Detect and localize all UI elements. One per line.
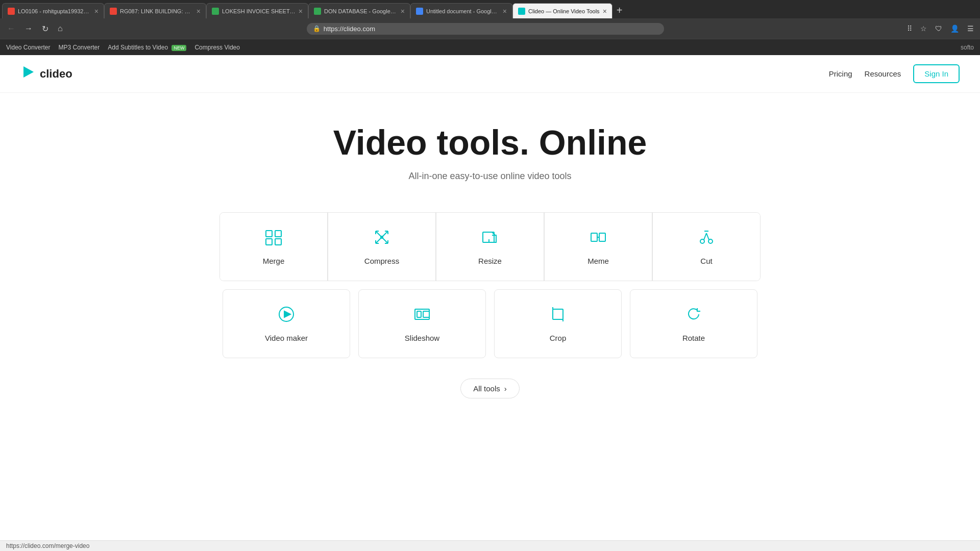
merge-label: Merge [263,257,285,265]
tab-favicon-6 [518,8,525,15]
profile-icon[interactable]: 👤 [948,22,961,35]
page-content: clideo Pricing Resources Sign In Video t… [0,55,980,535]
slideshow-label: Slideshow [405,334,439,342]
tab-title-1: LO0106 - rohitgupta199321©... [18,8,91,14]
slideshow-icon [413,305,431,328]
bookmarks-bar: Video Converter MP3 Converter Add Subtit… [0,39,980,55]
browser-chrome: LO0106 - rohitgupta199321©... × RG087: L… [0,0,980,55]
tab-title-6: Clideo — Online Video Tools [528,8,600,14]
svg-rect-3 [266,239,272,245]
compress-icon [373,228,391,251]
hero-title: Video tools. Online [10,123,970,162]
cut-icon [697,228,716,251]
tool-slideshow[interactable]: Slideshow [358,289,486,358]
svg-rect-2 [275,231,281,237]
tool-resize[interactable]: Resize [436,213,544,281]
svg-rect-20 [591,233,597,241]
cut-label: Cut [700,257,712,265]
logo-play-icon [20,64,36,83]
bookmark-add-subtitles-label: Add Subtitles to Video [108,44,168,51]
svg-marker-29 [284,311,290,317]
home-button[interactable]: ⌂ [55,22,66,35]
lock-icon: 🔒 [313,25,321,32]
signin-button[interactable]: Sign In [913,64,960,83]
reload-button[interactable]: ↻ [39,22,52,36]
bookmark-compress-video[interactable]: Compress Video [194,44,240,51]
browser-tab-2[interactable]: RG087: LINK BUILDING: CB N... × [104,3,206,18]
compress-label: Compress [364,257,399,265]
tools-section: Merge [209,212,771,358]
tab-close-4[interactable]: × [401,7,405,15]
tools-row-1: Merge [219,212,761,281]
url-text: https://clideo.com [324,25,375,33]
browser-tab-6[interactable]: Clideo — Online Video Tools × [512,3,612,18]
merge-icon [264,228,283,251]
nav-pricing[interactable]: Pricing [829,69,852,78]
shield-icon[interactable]: 🛡 [933,22,944,35]
svg-line-26 [706,233,709,240]
tool-cut[interactable]: Cut [652,213,760,281]
tab-title-4: DON DATABASE - Google She... [324,8,398,14]
browser-tab-5[interactable]: Untitled document - Google ... × [410,3,512,18]
tab-favicon-2 [110,8,117,15]
browser-tabs: LO0106 - rohitgupta199321©... × RG087: L… [0,0,980,18]
tab-title-2: RG087: LINK BUILDING: CB N... [120,8,193,14]
svg-line-25 [704,233,706,240]
tab-close-2[interactable]: × [197,7,201,15]
bookmark-add-subtitles[interactable]: Add Subtitles to Video NEW [108,44,186,51]
tab-favicon-5 [416,8,423,15]
tool-compress[interactable]: Compress [328,213,436,281]
crop-icon [549,305,567,328]
tab-favicon-3 [212,8,219,15]
nav-resources[interactable]: Resources [865,69,901,78]
logo-text: clideo [40,67,72,81]
toolbar-actions: ⠿ ☆ 🛡 👤 ☰ [905,22,976,35]
all-tools-arrow-icon: › [504,384,507,393]
tab-favicon-4 [314,8,321,15]
svg-rect-33 [553,309,563,319]
all-tools-section: All tools › [0,379,980,398]
tab-close-6[interactable]: × [603,7,607,15]
resize-icon [481,228,499,251]
browser-tab-4[interactable]: DON DATABASE - Google She... × [308,3,410,18]
logo[interactable]: clideo [20,64,72,83]
site-header: clideo Pricing Resources Sign In [0,55,980,93]
hero-subtitle: All-in-one easy-to-use online video tool… [10,171,970,182]
bookmark-video-converter[interactable]: Video Converter [6,44,51,51]
tool-crop[interactable]: Crop [494,289,622,358]
address-bar[interactable]: 🔒 https://clideo.com [307,23,664,35]
svg-rect-31 [417,311,421,317]
bookmark-icon[interactable]: ☆ [918,22,929,35]
tab-favicon-1 [8,8,15,15]
tab-title-5: Untitled document - Google ... [426,8,500,14]
svg-point-9 [381,236,383,238]
browser-tab-3[interactable]: LOKESH INVOICE SHEET - Go... × [206,3,308,18]
tool-meme[interactable]: Meme [544,213,652,281]
back-button[interactable]: ← [4,22,18,35]
new-badge: NEW [172,45,186,51]
all-tools-label: All tools [473,384,500,393]
tab-close-5[interactable]: × [503,7,507,15]
extensions-icon[interactable]: ⠿ [905,22,914,35]
hero-section: Video tools. Online All-in-one easy-to-u… [0,93,980,192]
tool-merge[interactable]: Merge [220,213,328,281]
new-tab-button[interactable]: + [612,3,627,18]
tab-close-3[interactable]: × [299,7,303,15]
browser-tab-1[interactable]: LO0106 - rohitgupta199321©... × [2,3,104,18]
bookmark-mp3-converter[interactable]: MP3 Converter [59,44,100,51]
all-tools-button[interactable]: All tools › [460,379,520,398]
forward-button[interactable]: → [21,22,36,35]
menu-icon[interactable]: ☰ [965,22,976,35]
svg-rect-32 [423,311,429,317]
tools-row-2: Video maker Slideshow [219,289,761,358]
svg-rect-4 [275,239,281,245]
tool-videomaker[interactable]: Video maker [223,289,350,358]
tool-rotate[interactable]: Rotate [630,289,757,358]
rotate-icon [684,305,703,328]
site-nav: Pricing Resources Sign In [829,64,960,83]
svg-marker-0 [23,66,34,78]
svg-point-23 [700,239,704,243]
resize-label: Resize [478,257,502,265]
tab-close-1[interactable]: × [94,7,99,15]
videomaker-label: Video maker [265,334,308,342]
